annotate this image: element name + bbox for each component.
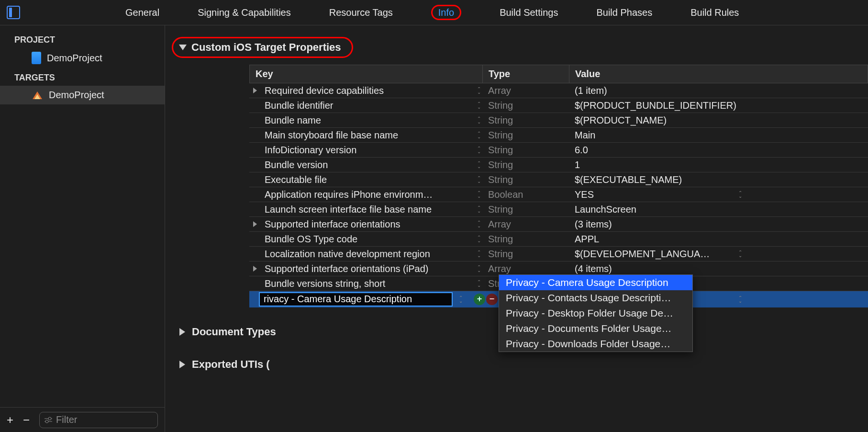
- custom-target-properties-header[interactable]: Custom iOS Target Properties: [172, 37, 353, 58]
- dropdown-item[interactable]: Privacy - Contacts Usage Descripti…: [499, 290, 692, 306]
- table-row[interactable]: Localization native development regionSt…: [249, 247, 868, 261]
- value-cell[interactable]: APPL: [569, 234, 746, 245]
- key-input[interactable]: rivacy - Camera Usage Description: [259, 292, 453, 307]
- value-stepper-icon[interactable]: [737, 250, 744, 257]
- column-header-value[interactable]: Value: [569, 65, 747, 83]
- remove-key-button[interactable]: −: [486, 294, 498, 305]
- key-stepper-icon[interactable]: [476, 87, 482, 94]
- key-text: Main storyboard file base name: [261, 130, 473, 141]
- key-stepper-icon[interactable]: [476, 236, 482, 242]
- type-cell[interactable]: String: [482, 204, 569, 215]
- value-stepper-icon[interactable]: [737, 191, 744, 198]
- key-stepper-icon[interactable]: [476, 132, 482, 138]
- dropdown-item[interactable]: Privacy - Documents Folder Usage…: [499, 321, 692, 336]
- table-row[interactable]: Executable fileString$(EXECUTABLE_NAME): [249, 172, 868, 187]
- dropdown-item[interactable]: Privacy - Camera Usage Description: [499, 275, 692, 290]
- value-cell[interactable]: (1 item): [569, 85, 746, 96]
- table-row[interactable]: Bundle versionString1: [249, 158, 868, 172]
- key-stepper-icon[interactable]: [457, 296, 464, 303]
- value-cell[interactable]: 1: [569, 159, 746, 171]
- key-stepper-icon[interactable]: [476, 265, 482, 272]
- key-text: Supported interface orientations (iPad): [261, 263, 473, 274]
- disclosure-triangle-icon[interactable]: [252, 221, 258, 227]
- info-plist-editor: Custom iOS Target Properties Key Type Va…: [165, 25, 868, 432]
- project-heading: PROJECT: [0, 30, 165, 48]
- dropdown-item[interactable]: Privacy - Downloads Folder Usage…: [499, 336, 692, 352]
- value-stepper-icon[interactable]: [737, 296, 744, 303]
- type-cell[interactable]: String: [482, 115, 569, 126]
- type-cell[interactable]: Array: [482, 219, 569, 230]
- target-item[interactable]: DemoProject: [0, 86, 165, 104]
- type-cell[interactable]: Boolean: [482, 189, 569, 200]
- tab-resource-tags[interactable]: Resource Tags: [310, 1, 412, 24]
- key-stepper-icon[interactable]: [476, 176, 482, 183]
- disclosure-triangle-right-icon: [179, 328, 185, 336]
- project-label: DemoProject: [47, 53, 102, 64]
- filter-input[interactable]: Filter: [39, 412, 158, 428]
- type-cell[interactable]: String: [482, 100, 569, 111]
- dropdown-item[interactable]: Privacy - Desktop Folder Usage De…: [499, 306, 692, 321]
- tab-general[interactable]: General: [106, 1, 178, 24]
- type-cell[interactable]: Array: [482, 263, 569, 274]
- value-cell[interactable]: $(PRODUCT_NAME): [569, 115, 746, 126]
- table-row[interactable]: InfoDictionary versionString6.0: [249, 143, 868, 158]
- tab-build-settings[interactable]: Build Settings: [480, 1, 577, 24]
- key-stepper-icon[interactable]: [476, 191, 482, 198]
- tab-info[interactable]: Info: [412, 1, 480, 24]
- type-cell[interactable]: String: [482, 249, 569, 260]
- type-cell[interactable]: String: [482, 174, 569, 185]
- add-target-button[interactable]: +: [7, 413, 13, 427]
- type-cell[interactable]: String: [482, 130, 569, 141]
- tab-signing-capabilities[interactable]: Signing & Capabilities: [178, 1, 310, 24]
- tab-build-phases[interactable]: Build Phases: [577, 1, 671, 24]
- table-row[interactable]: Bundle identifierString$(PRODUCT_BUNDLE_…: [249, 98, 868, 113]
- table-row[interactable]: Supported interface orientationsArray(3 …: [249, 217, 868, 232]
- value-cell[interactable]: (4 items): [569, 263, 746, 274]
- type-cell[interactable]: String: [482, 234, 569, 245]
- key-text: Launch screen interface file base name: [261, 204, 473, 215]
- disclosure-triangle-icon[interactable]: [252, 88, 258, 93]
- column-header-type[interactable]: Type: [483, 65, 569, 83]
- key-stepper-icon[interactable]: [476, 102, 482, 109]
- disclosure-triangle-icon[interactable]: [252, 266, 258, 272]
- key-stepper-icon[interactable]: [476, 206, 482, 213]
- exported-utis-header[interactable]: Exported UTIs (: [179, 358, 868, 371]
- value-cell[interactable]: Main: [569, 130, 746, 141]
- value-cell[interactable]: $(EXECUTABLE_NAME): [569, 174, 746, 185]
- key-text: Supported interface orientations: [261, 219, 473, 230]
- tab-build-rules[interactable]: Build Rules: [671, 1, 758, 24]
- table-row[interactable]: Bundle nameString$(PRODUCT_NAME): [249, 113, 868, 128]
- key-stepper-icon[interactable]: [476, 280, 482, 287]
- value-cell[interactable]: YES: [569, 189, 746, 200]
- type-cell[interactable]: String: [482, 145, 569, 156]
- table-row[interactable]: Application requires iPhone environm…Boo…: [249, 187, 868, 202]
- table-row[interactable]: Launch screen interface file base nameSt…: [249, 202, 868, 217]
- add-key-button[interactable]: +: [474, 294, 485, 305]
- panel-toggle-icon[interactable]: [7, 6, 20, 19]
- value-cell[interactable]: 6.0: [569, 145, 746, 156]
- remove-target-button[interactable]: −: [23, 413, 30, 427]
- key-stepper-icon[interactable]: [476, 147, 482, 153]
- table-row[interactable]: Bundle OS Type codeStringAPPL: [249, 232, 868, 247]
- key-text: Executable file: [261, 174, 473, 185]
- type-cell[interactable]: Array: [482, 85, 569, 96]
- value-cell[interactable]: LaunchScreen: [569, 204, 746, 215]
- key-stepper-icon[interactable]: [476, 250, 482, 257]
- project-navigator: PROJECT DemoProject TARGETS DemoProject …: [0, 25, 165, 432]
- value-cell[interactable]: $(PRODUCT_BUNDLE_IDENTIFIER): [569, 100, 746, 111]
- table-row[interactable]: Main storyboard file base nameStringMain: [249, 128, 868, 143]
- disclosure-triangle-right-icon: [179, 361, 185, 368]
- app-target-icon: [32, 91, 43, 100]
- column-header-key[interactable]: Key: [250, 65, 483, 83]
- key-stepper-icon[interactable]: [476, 221, 482, 227]
- value-cell[interactable]: (3 items): [569, 219, 746, 230]
- key-stepper-icon[interactable]: [476, 117, 482, 124]
- project-item[interactable]: DemoProject: [0, 48, 165, 68]
- key-autocomplete-dropdown[interactable]: Privacy - Camera Usage DescriptionPrivac…: [499, 274, 693, 352]
- value-cell[interactable]: $(DEVELOPMENT_LANGUA…: [569, 249, 746, 260]
- type-cell[interactable]: String: [482, 159, 569, 171]
- table-row[interactable]: Required device capabilitiesArray(1 item…: [249, 83, 868, 98]
- highlight-ring: Info: [431, 5, 461, 20]
- svg-point-2: [45, 420, 48, 423]
- key-stepper-icon[interactable]: [476, 161, 482, 168]
